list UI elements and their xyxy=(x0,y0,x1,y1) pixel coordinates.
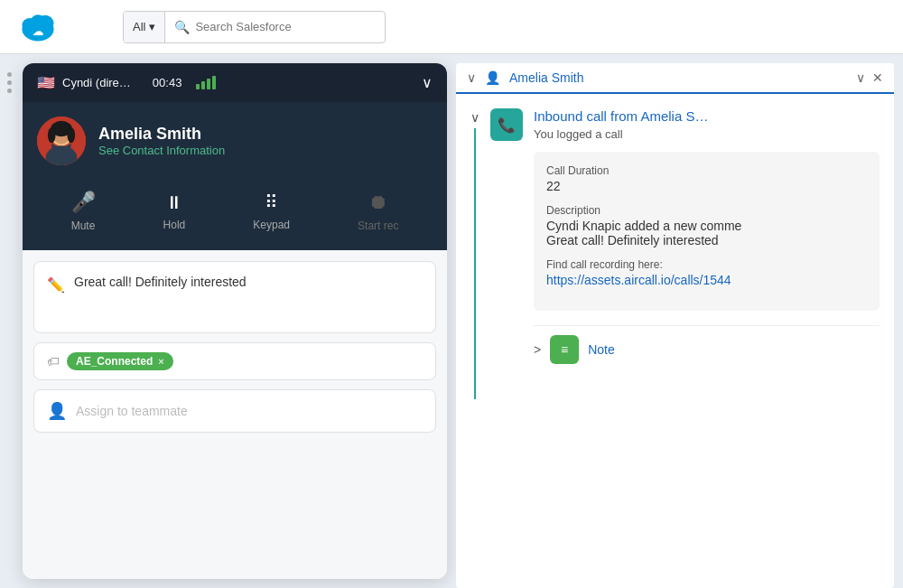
aircall-widget: 🇺🇸 Cyndi (dire… 00:43 ∨ xyxy=(23,63,447,579)
chevron-down-icon: ▾ xyxy=(149,20,155,33)
widget-header: 🇺🇸 Cyndi (dire… 00:43 ∨ xyxy=(23,63,447,102)
search-dropdown-label: All xyxy=(133,20,145,33)
assign-icon: 👤 xyxy=(47,401,67,421)
tag-icon: 🏷 xyxy=(47,354,60,369)
tag-remove-button[interactable]: × xyxy=(158,356,163,367)
description-line1: Cyndi Knapic added a new comme xyxy=(546,219,741,233)
keypad-button[interactable]: ⠿ Keypad xyxy=(253,191,290,231)
svg-point-11 xyxy=(67,127,75,143)
contact-info: Amelia Smith See Contact Information xyxy=(98,125,225,157)
duration-value: 22 xyxy=(546,179,867,193)
timeline-chevron[interactable]: ∨ xyxy=(470,110,479,125)
note-list-icon: ≡ xyxy=(561,342,568,357)
signal-bar-2 xyxy=(201,81,205,89)
duration-label: Call Duration xyxy=(546,164,867,177)
timeline-section: ∨ xyxy=(470,108,479,399)
contact-name: Amelia Smith xyxy=(98,125,225,144)
sidebar-dots xyxy=(0,54,18,588)
signal-bar-1 xyxy=(196,84,200,89)
notes-icon: ✏️ xyxy=(47,276,65,294)
search-bar: All ▾ 🔍 xyxy=(123,11,386,43)
call-title: Inbound call from Amelia S… xyxy=(534,108,880,124)
sidebar-dot xyxy=(7,72,12,77)
hold-icon: ⏸ xyxy=(165,192,183,213)
signal-bar-4 xyxy=(212,76,216,89)
start-rec-label: Start rec xyxy=(358,219,398,232)
activity-header: ∨ 👤 Amelia Smith ∨ ✕ xyxy=(456,63,894,94)
note-expand-button[interactable]: > xyxy=(534,342,541,357)
svg-text:☁: ☁ xyxy=(33,24,43,37)
search-input[interactable] xyxy=(195,20,376,33)
call-log: ∨ 📞 Inbound call from Amelia S… You logg… xyxy=(470,108,880,399)
keypad-label: Keypad xyxy=(253,219,290,231)
keypad-icon: ⠿ xyxy=(265,191,279,213)
flag-icon: 🇺🇸 xyxy=(37,74,55,91)
right-panel: ∨ 👤 Amelia Smith ∨ ✕ ∨ 📞 xyxy=(456,54,894,588)
sidebar-dot xyxy=(7,80,12,85)
call-info-box: Call Duration 22 Description Cyndi Knapi… xyxy=(534,152,880,311)
notes-box[interactable]: ✏️ Great call! Definitely interested xyxy=(33,261,436,333)
activity-expand-button[interactable]: ∨ xyxy=(856,70,865,85)
avatar xyxy=(37,117,86,165)
widget-content: ✏️ Great call! Definitely interested 🏷 A… xyxy=(23,250,447,579)
call-details: Inbound call from Amelia S… You logged a… xyxy=(534,108,880,364)
note-icon-box: ≡ xyxy=(550,335,579,364)
recording-url[interactable]: https://assets.aircall.io/calls/1544 xyxy=(546,273,867,287)
hold-label: Hold xyxy=(163,219,186,231)
topbar: ☁ All ▾ 🔍 xyxy=(0,0,903,54)
description-value: Cyndi Knapic added a new comme Cyndi Kna… xyxy=(546,219,867,247)
signal-bar-3 xyxy=(207,79,210,89)
tags-box: 🏷 AE_Connected × xyxy=(33,342,436,380)
note-section: > ≡ Note xyxy=(534,325,880,364)
activity-header-actions: ∨ ✕ xyxy=(856,70,883,85)
sidebar-dot xyxy=(7,89,12,93)
call-controls: 🎤 Mute ⏸ Hold ⠿ Keypad ⏺ Start rec xyxy=(23,180,447,250)
search-dropdown[interactable]: All ▾ xyxy=(124,12,165,42)
search-input-wrap: 🔍 xyxy=(165,20,385,34)
timeline-line xyxy=(474,128,476,399)
search-icon: 🔍 xyxy=(174,20,190,34)
call-icon-box: 📞 xyxy=(490,108,523,141)
widget-collapse-button[interactable]: ∨ xyxy=(422,74,433,91)
mute-icon: 🎤 xyxy=(71,191,96,214)
phone-icon: 📞 xyxy=(498,117,516,134)
contact-section: Amelia Smith See Contact Information xyxy=(23,102,447,180)
description-line2-text: Great call! Definitely interested xyxy=(546,233,719,247)
assign-box[interactable]: 👤 Assign to teammate xyxy=(33,389,436,433)
activity-close-button[interactable]: ✕ xyxy=(872,70,883,85)
recording-label: Find call recording here: xyxy=(546,258,867,271)
contact-card-icon: 👤 xyxy=(485,70,500,85)
mute-label: Mute xyxy=(71,219,96,232)
hold-button[interactable]: ⏸ Hold xyxy=(163,192,186,231)
salesforce-logo: ☁ xyxy=(18,7,58,47)
assign-placeholder: Assign to teammate xyxy=(76,404,188,418)
tag-name: AE_Connected xyxy=(76,355,153,368)
note-label: Note xyxy=(588,342,615,357)
signal-bars xyxy=(196,76,216,89)
record-icon: ⏺ xyxy=(368,191,388,214)
svg-point-10 xyxy=(48,127,56,143)
start-rec-button[interactable]: ⏺ Start rec xyxy=(358,191,398,232)
activity-body: ∨ 📞 Inbound call from Amelia S… You logg… xyxy=(456,94,894,588)
contact-link[interactable]: See Contact Information xyxy=(98,144,225,157)
call-timer: 00:43 xyxy=(153,76,182,89)
notes-text: Great call! Definitely interested xyxy=(74,275,247,289)
call-subtitle: You logged a call xyxy=(534,127,880,141)
caller-name: Cyndi (dire… xyxy=(62,76,131,89)
tag-badge: AE_Connected × xyxy=(67,352,173,370)
widget-header-left: 🇺🇸 Cyndi (dire… 00:43 xyxy=(37,74,216,91)
mute-button[interactable]: 🎤 Mute xyxy=(71,191,96,232)
activity-contact-name: Amelia Smith xyxy=(509,70,847,85)
main-content: 🇺🇸 Cyndi (dire… 00:43 ∨ xyxy=(0,54,903,588)
activity-collapse-button[interactable]: ∨ xyxy=(467,70,476,85)
description-label: Description xyxy=(546,204,867,217)
